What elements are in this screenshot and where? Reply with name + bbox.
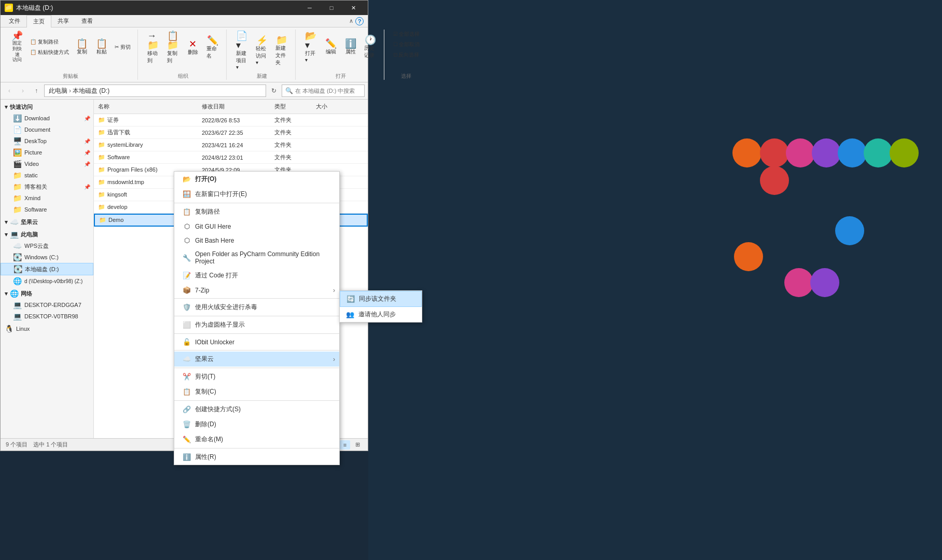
- move-to-button[interactable]: →📁 移动到: [144, 30, 163, 66]
- file-row-securities[interactable]: 📁证券 2022/8/26 8:53 文件夹: [94, 114, 368, 127]
- col-header-type[interactable]: 类型: [270, 102, 312, 111]
- svg-point-4: [838, 138, 867, 167]
- pin-quickaccess-button[interactable]: 📌 固定到快速访问: [8, 30, 26, 64]
- properties-button[interactable]: ℹ️ 属性: [341, 37, 360, 57]
- context-jianguoyun[interactable]: ☁️ 坚果云 ›: [174, 352, 339, 367]
- submenu-invite-sync[interactable]: 👥 邀请他人同步: [340, 307, 422, 322]
- context-delete[interactable]: 🗑️ 删除(D): [174, 417, 339, 432]
- software-folder-icon: 📁: [13, 205, 22, 214]
- help-icon[interactable]: ?: [355, 17, 364, 25]
- select-all-button[interactable]: ☑ 全部选择: [391, 30, 423, 39]
- sidebar-item-desktop[interactable]: 🖥️ DeskTop 📌: [1, 135, 93, 147]
- context-vscode[interactable]: 📝 通过 Code 打开: [174, 268, 339, 283]
- delete-button[interactable]: ✕ 删除: [184, 38, 202, 58]
- sidebar-item-download[interactable]: ⬇️ Download 📌: [1, 113, 93, 124]
- col-header-name[interactable]: 名称: [94, 102, 198, 111]
- sidebar-item-wps[interactable]: ☁️ WPS云盘: [1, 240, 93, 251]
- sidebar-item-video[interactable]: 🎬 Video 📌: [1, 158, 93, 170]
- submenu-sync-folder[interactable]: 🔄 同步该文件夹: [340, 291, 422, 307]
- context-copy[interactable]: 📋 复制(C): [174, 384, 339, 399]
- open-button[interactable]: 📂▾ 打开▾: [302, 30, 321, 64]
- col-header-size[interactable]: 大小: [312, 102, 353, 111]
- sidebar-item-network-z[interactable]: 🌐 d (\\Desktop-v0tbr98) (Z:): [1, 275, 93, 287]
- sidebar-item-local-d[interactable]: 💽 本地磁盘 (D:): [1, 263, 93, 275]
- context-git-gui[interactable]: ⬡ Git GUI Here: [174, 219, 339, 233]
- context-open-new-window[interactable]: 🪟 在新窗口中打开(E): [174, 187, 339, 202]
- new-folder-button[interactable]: 📁 新建文件夹: [272, 34, 291, 68]
- cut-button[interactable]: ✂ 剪切: [112, 43, 133, 52]
- quick-access-header[interactable]: ▾ 快速访问: [1, 102, 93, 113]
- ribbon-collapse[interactable]: ∧: [349, 18, 353, 24]
- context-open-icon: 📂: [183, 175, 191, 183]
- history-button[interactable]: 🕐 历史记录: [361, 34, 380, 61]
- sidebar-label-xmind: Xmind: [24, 195, 40, 201]
- file-row-systemlibrary[interactable]: 📁systemLibrary 2023/4/21 16:24 文件夹: [94, 139, 368, 151]
- tab-view[interactable]: 查看: [75, 15, 99, 27]
- easy-access-button[interactable]: ⚡ 轻松访问▾: [253, 34, 271, 67]
- context-copy-path[interactable]: 📋 复制路径: [174, 204, 339, 219]
- sidebar-item-document[interactable]: 📄 Document: [1, 124, 93, 135]
- context-antivirus[interactable]: 🛡️ 使用火绒安全进行杀毒: [174, 300, 339, 315]
- file-row-xunlei[interactable]: 📁迅雷下载 2023/6/27 22:35 文件夹: [94, 127, 368, 139]
- context-cut[interactable]: ✂️ 剪切(T): [174, 369, 339, 384]
- copy-button[interactable]: 📋 复制: [73, 37, 91, 57]
- deselect-all-button[interactable]: ☐ 全部取消: [391, 40, 423, 49]
- sidebar-item-linux[interactable]: 🐧 Linux: [1, 323, 93, 334]
- desktop-folder-icon: 🖥️: [13, 137, 22, 145]
- tab-home[interactable]: 主页: [26, 15, 51, 27]
- context-iobit[interactable]: 🔓 IObit Unlocker: [174, 335, 339, 349]
- context-7zip[interactable]: 📦 7-Zip ›: [174, 283, 339, 297]
- context-rename[interactable]: ✏️ 重命名(M): [174, 432, 339, 447]
- this-pc-header[interactable]: ▾ 💻 此电脑: [1, 229, 93, 240]
- jianguoyun-arrow: ▾: [5, 219, 8, 226]
- close-button[interactable]: ✕: [343, 1, 364, 15]
- window-icon: 📁: [5, 4, 13, 12]
- search-box[interactable]: 🔍: [282, 85, 365, 97]
- context-open[interactable]: 📂 打开(O): [174, 172, 339, 187]
- separator-3: [174, 316, 339, 316]
- sidebar-item-xmind[interactable]: 📁 Xmind: [1, 192, 93, 204]
- paste-shortcut-button[interactable]: 📋 粘贴快捷方式: [27, 48, 72, 57]
- tab-share[interactable]: 共享: [51, 15, 75, 27]
- sidebar-item-desktop-v0tbr98[interactable]: 💻 DESKTOP-V0TBR98: [1, 311, 93, 322]
- details-view-button[interactable]: ≡: [340, 440, 350, 450]
- maximize-button[interactable]: □: [321, 1, 342, 15]
- col-header-date[interactable]: 修改日期: [198, 102, 270, 111]
- sidebar-item-software[interactable]: 📁 Software: [1, 204, 93, 215]
- sync-folder-icon: 🔄: [347, 295, 355, 303]
- network-header[interactable]: ▾ 🌐 网络: [1, 288, 93, 299]
- forward-button[interactable]: ›: [17, 85, 29, 96]
- rename-button[interactable]: ✏️ 重命名: [203, 34, 222, 61]
- invert-select-button[interactable]: ⊡ 反向选择: [391, 50, 423, 60]
- refresh-button[interactable]: ↻: [268, 85, 280, 96]
- back-button[interactable]: ‹: [4, 85, 15, 96]
- context-create-shortcut[interactable]: 🔗 创建快捷方式(S): [174, 402, 339, 417]
- sidebar-label-static: static: [24, 172, 38, 178]
- edit-button[interactable]: ✏️ 编辑: [322, 37, 340, 57]
- sidebar-item-static[interactable]: 📁 static: [1, 170, 93, 181]
- context-properties[interactable]: ℹ️ 属性(R): [174, 450, 339, 465]
- search-input[interactable]: [295, 88, 361, 94]
- jianguoyun-header[interactable]: ▾ ☁️ 坚果云: [1, 216, 93, 228]
- quick-access-section: ▾ 快速访问 ⬇️ Download 📌 📄 Document 🖥️ DeskT…: [1, 102, 93, 215]
- new-item-button[interactable]: 📄▾ 新建项目▾: [233, 30, 252, 72]
- context-git-bash[interactable]: ⬡ Git Bash Here: [174, 233, 339, 247]
- jianguoyun-section: ▾ ☁️ 坚果云: [1, 216, 93, 228]
- tab-file[interactable]: 文件: [3, 15, 26, 27]
- context-pycharm[interactable]: 🔧 Open Folder as PyCharm Community Editi…: [174, 247, 339, 268]
- context-grid-display[interactable]: ⬜ 作为虚圆格子显示: [174, 317, 339, 332]
- address-path[interactable]: 此电脑 › 本地磁盘 (D:): [44, 85, 266, 97]
- file-row-software[interactable]: 📁Software 2024/8/12 23:01 文件夹: [94, 151, 368, 164]
- sidebar-item-desktop-erdgga7[interactable]: 💻 DESKTOP-ERDGGA7: [1, 299, 93, 311]
- sidebar-item-windows-c[interactable]: 💽 Windows (C:): [1, 251, 93, 263]
- tiles-view-button[interactable]: ⊞: [352, 440, 363, 450]
- paste-button[interactable]: 📋 粘贴: [92, 37, 111, 57]
- up-button[interactable]: ↑: [31, 85, 42, 96]
- svg-point-2: [786, 138, 815, 167]
- sidebar-item-blog[interactable]: 📁 博客相关 📌: [1, 181, 93, 192]
- copy-to-button[interactable]: 📋📁 复制到: [164, 30, 183, 66]
- sidebar-item-picture[interactable]: 🖼️ Picture 📌: [1, 147, 93, 158]
- this-pc-arrow: ▾: [5, 231, 8, 238]
- copy-path-button[interactable]: 📋 复制路径: [27, 37, 72, 47]
- minimize-button[interactable]: ─: [299, 1, 320, 15]
